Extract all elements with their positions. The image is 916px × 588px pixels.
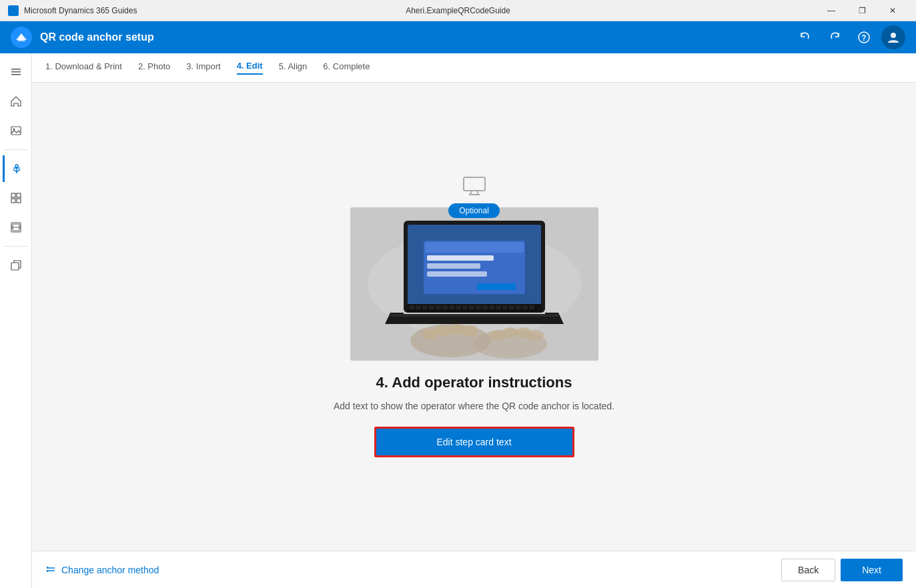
menu-icon	[10, 66, 22, 78]
app-header-right: ?	[793, 25, 905, 49]
svg-rect-39	[429, 305, 434, 309]
tab-align[interactable]: 5. Align	[279, 61, 308, 74]
sidebar-item-grid[interactable]	[3, 185, 29, 211]
svg-rect-19	[11, 263, 19, 270]
svg-rect-50	[502, 305, 508, 309]
app-logo-icon	[11, 27, 32, 48]
copy-icon	[10, 259, 22, 271]
tab-photo[interactable]: 2. Photo	[138, 61, 170, 74]
svg-rect-36	[409, 305, 414, 309]
step-title: 4. Add operator instructions	[334, 374, 614, 391]
sidebar-item-menu[interactable]	[3, 59, 29, 85]
change-anchor-icon	[45, 565, 56, 575]
document-name: Aheri.ExampleQRCodeGuide	[406, 6, 510, 15]
back-button[interactable]: Back	[781, 559, 835, 581]
svg-rect-12	[11, 193, 15, 197]
svg-rect-31	[427, 263, 480, 269]
svg-rect-4	[11, 69, 21, 70]
svg-rect-41	[442, 305, 448, 309]
svg-rect-38	[422, 305, 428, 309]
svg-rect-54	[529, 305, 534, 309]
avatar-icon	[887, 31, 900, 44]
svg-rect-46	[476, 305, 481, 309]
svg-point-3	[891, 33, 896, 38]
title-bar: Microsoft Dynamics 365 Guides Aheri.Exam…	[0, 0, 916, 21]
svg-rect-13	[17, 193, 21, 197]
image-icon	[10, 125, 22, 137]
optional-badge: Optional	[448, 203, 500, 218]
sidebar	[0, 53, 32, 588]
svg-rect-53	[522, 305, 528, 309]
svg-rect-15	[17, 199, 21, 203]
svg-rect-43	[456, 305, 461, 309]
laptop-image	[350, 207, 598, 361]
svg-rect-47	[482, 305, 488, 309]
monitor-svg	[462, 176, 486, 196]
sidebar-item-anchor[interactable]	[3, 155, 29, 182]
title-bar-left: Microsoft Dynamics 365 Guides	[8, 5, 137, 16]
main-layout: 1. Download & Print 2. Photo 3. Import 4…	[0, 53, 916, 588]
svg-rect-49	[496, 305, 501, 309]
svg-rect-20	[464, 177, 485, 191]
svg-point-9	[15, 165, 18, 167]
app-header: QR code anchor setup ?	[0, 21, 916, 53]
svg-rect-29	[425, 242, 524, 253]
help-icon: ?	[857, 31, 871, 44]
svg-rect-52	[516, 305, 521, 309]
user-avatar-button[interactable]	[881, 25, 905, 49]
svg-rect-44	[462, 305, 468, 309]
footer: Change anchor method Back Next	[32, 551, 916, 588]
layout-icon	[10, 221, 22, 233]
minimize-button[interactable]: —	[816, 0, 847, 21]
step-description: Add text to show the operator where the …	[334, 399, 614, 413]
undo-icon	[799, 31, 812, 44]
tab-import[interactable]: 3. Import	[186, 61, 220, 74]
grid-icon	[10, 192, 22, 204]
redo-button[interactable]	[823, 25, 847, 49]
redo-icon	[828, 31, 841, 44]
svg-rect-33	[477, 283, 516, 290]
laptop-svg	[350, 207, 598, 361]
edit-step-card-button[interactable]: Edit step card text	[374, 427, 574, 457]
change-anchor-label: Change anchor method	[61, 565, 159, 575]
anchor-icon	[11, 163, 23, 175]
svg-rect-6	[11, 74, 21, 75]
svg-rect-42	[449, 305, 454, 309]
step-content: 4. Add operator instructions Add text to…	[334, 374, 614, 457]
footer-nav: Back Next	[781, 559, 903, 581]
svg-rect-45	[469, 305, 474, 309]
svg-point-8	[13, 129, 15, 131]
window-controls: — ❐ ✕	[816, 0, 908, 21]
svg-rect-34	[390, 314, 558, 317]
home-icon	[10, 95, 22, 107]
svg-rect-32	[427, 271, 487, 277]
svg-point-60	[462, 325, 478, 336]
sidebar-divider-1	[3, 149, 29, 150]
svg-rect-5	[11, 71, 21, 73]
sidebar-item-image[interactable]	[3, 117, 29, 144]
svg-text:?: ?	[861, 33, 866, 43]
app-icon	[8, 5, 19, 16]
app-header-left: QR code anchor setup	[11, 27, 154, 48]
tab-edit[interactable]: 4. Edit	[237, 61, 263, 75]
next-button[interactable]: Next	[841, 559, 903, 581]
restore-button[interactable]: ❐	[847, 0, 877, 21]
change-anchor-button[interactable]: Change anchor method	[45, 565, 159, 575]
tab-complete[interactable]: 6. Complete	[323, 61, 370, 74]
svg-rect-14	[11, 199, 15, 203]
image-container: Optional	[350, 176, 598, 361]
tab-download-print[interactable]: 1. Download & Print	[45, 61, 122, 74]
svg-rect-51	[509, 305, 514, 309]
svg-rect-37	[416, 305, 421, 309]
sidebar-item-copy[interactable]	[3, 252, 29, 279]
close-button[interactable]: ✕	[877, 0, 908, 21]
help-button[interactable]: ?	[852, 25, 876, 49]
undo-button[interactable]	[793, 25, 817, 49]
main-content: Optional	[32, 83, 916, 551]
monitor-icon	[462, 176, 486, 201]
svg-point-64	[528, 330, 544, 341]
sidebar-item-layout[interactable]	[3, 214, 29, 241]
svg-rect-7	[11, 127, 21, 135]
app-name: Microsoft Dynamics 365 Guides	[24, 6, 137, 15]
sidebar-item-home[interactable]	[3, 88, 29, 115]
